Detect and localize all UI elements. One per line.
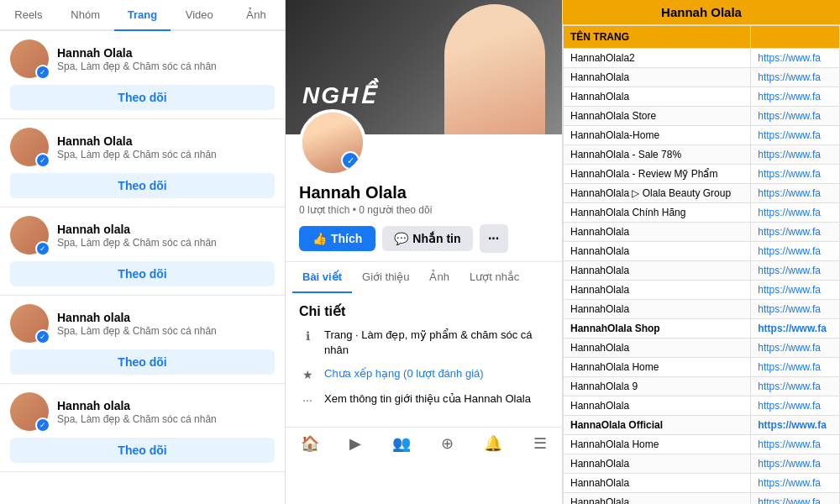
page-name-cell: HannahOlala Chính Hãng [564,203,751,223]
action-buttons: 👍 Thích 💬 Nhắn tin ··· [286,216,562,261]
tab-trang[interactable]: Trang [114,0,171,31]
page-url-cell[interactable]: https://www.fa [751,358,840,377]
page-url-cell[interactable]: https://www.fa [751,145,840,165]
page-name-cell: HannahOlala Home [564,358,751,377]
page-url-cell[interactable]: https://www.fa [751,396,840,416]
page-url-cell[interactable]: https://www.fa [751,87,840,107]
home-icon[interactable]: 🏠 [301,434,319,453]
like-label: Thích [331,232,362,245]
follow-button-0[interactable]: Theo dõi [10,85,275,110]
page-url-cell[interactable]: https://www.fa [751,339,840,358]
table-body: HannahOlala2 https://www.fa HannahOlala … [564,49,840,505]
page-name-cell: HannahOlala2 [564,49,751,68]
tab-nhom[interactable]: Nhóm [57,0,114,31]
page-url-cell[interactable]: https://www.fa [751,435,840,454]
chi-tiet-more-text[interactable]: Xem thông tin giới thiệu của Hannah Olal… [324,391,549,407]
page-url-cell[interactable]: https://www.fa [751,223,840,242]
profile-item-4: ✓ Hannah olala Spa, Làm đẹp & Chăm sóc c… [0,384,285,472]
table-row: HannahOlala 9 https://www.fa [564,377,840,396]
chi-tiet-type-row: ℹ Trang · Làm đẹp, mỹ phẩm & chăm sóc cá… [299,328,549,358]
page-name-cell: HannahOlala - Sale 78% [564,145,751,165]
page-url-cell[interactable]: https://www.fa [751,377,840,396]
messenger-label: Nhắn tin [412,232,460,245]
page-url-cell[interactable]: https://www.fa [751,281,840,300]
profile-sub-2: Spa, Làm đẹp & Chăm sóc cá nhân [57,237,275,249]
verified-3: ✓ [35,329,50,344]
page-url-cell[interactable]: https://www.fa [751,474,840,493]
page-url-cell[interactable]: https://www.fa [751,184,840,203]
friends-icon[interactable]: 👥 [392,434,411,453]
page-url-cell[interactable]: https://www.fa [751,493,840,505]
thumbs-up-icon: 👍 [312,232,327,245]
avatar-wrap-3: ✓ [10,304,49,343]
page-name-cell: HannahOlala Home [564,435,751,454]
followers-label: người theo dõi [367,204,432,216]
star-icon: ★ [299,366,316,383]
tab-luot-nhac[interactable]: Lượt nhắc [459,262,529,293]
profile-item-1: ✓ Hannah Olala Spa, Làm đẹp & Chăm sóc c… [0,119,285,207]
page-name-cell: HannahOlala [564,396,751,416]
table-row: HannahOlala https://www.fa [564,493,840,505]
profile-row-1: ✓ Hannah Olala Spa, Làm đẹp & Chăm sóc c… [10,128,275,166]
chi-tiet-type-text: Trang · Làm đẹp, mỹ phẩm & chăm sóc cá n… [324,328,549,358]
chi-tiet-rating-text[interactable]: Chưa xếp hạng (0 lượt đánh giá) [324,366,549,381]
tab-gioi-thieu[interactable]: Giới thiệu [352,262,419,293]
follow-button-2[interactable]: Theo dõi [10,261,275,286]
follow-button-4[interactable]: Theo dõi [10,438,275,463]
chi-tiet-rating-row: ★ Chưa xếp hạng (0 lượt đánh giá) [299,366,549,383]
table-row: HannahOlala https://www.fa [564,300,840,319]
page-url-cell[interactable]: https://www.fa [751,203,840,223]
tab-anh[interactable]: Ảnh [228,0,285,31]
play-icon[interactable]: ▶ [349,434,361,453]
col-url-header [751,26,840,49]
plus-icon[interactable]: ⊕ [441,434,454,453]
profile-row-3: ✓ Hannah olala Spa, Làm đẹp & Chăm sóc c… [10,304,275,343]
menu-icon[interactable]: ☰ [533,434,547,453]
page-name-cell: HannahOlala [564,493,751,505]
page-url-cell[interactable]: https://www.fa [751,319,840,339]
page-url-cell[interactable]: https://www.fa [751,107,840,126]
page-url-cell[interactable]: https://www.fa [751,49,840,68]
follow-button-1[interactable]: Theo dõi [10,173,275,198]
profile-sub-1: Spa, Làm đẹp & Chăm sóc cá nhân [57,149,275,160]
page-stats: 0 lượt thích • 0 người theo dõi [299,204,549,216]
chi-tiet-more-row: ··· Xem thông tin giới thiệu của Hannah … [299,391,549,408]
page-name-section: Hannah Olala 0 lượt thích • 0 người theo… [286,176,562,216]
page-url-cell[interactable]: https://www.fa [751,68,840,87]
table-row: HannahOlala Store https://www.fa [564,107,840,126]
tab-bar: Reels Nhóm Trang Video Ảnh [0,0,285,31]
page-name-cell: HannahOlala [564,474,751,493]
page-url-cell[interactable]: https://www.fa [751,300,840,319]
tab-video[interactable]: Video [171,0,228,31]
verified-2: ✓ [35,241,50,256]
page-url-cell[interactable]: https://www.fa [751,165,840,184]
pages-table: TÊN TRANG HannahOlala2 https://www.fa Ha… [563,25,840,504]
page-url-cell[interactable]: https://www.fa [751,126,840,145]
table-row: HannahOlala https://www.fa [564,87,840,107]
verified-0: ✓ [35,65,50,80]
more-button[interactable]: ··· [480,224,508,253]
page-url-cell[interactable]: https://www.fa [751,261,840,281]
tab-bai-viet[interactable]: Bài viết [292,262,352,293]
like-button[interactable]: 👍 Thích [299,226,375,251]
page-name-cell: HannahOlala [564,339,751,358]
main-avatar: ✓ [299,109,366,176]
tab-anh[interactable]: Ảnh [419,262,459,293]
table-row: HannahOlala https://www.fa [564,474,840,493]
table-row: HannaOlala Official https://www.fa [564,416,840,435]
tab-reels[interactable]: Reels [0,0,57,31]
page-url-cell[interactable]: https://www.fa [751,454,840,474]
profile-name-0: Hannah Olala [57,46,275,60]
rating-link[interactable]: Chưa xếp hạng (0 lượt đánh giá) [324,367,484,380]
avatar-wrap-2: ✓ [10,216,49,255]
page-name-cell: HannahOlala Store [564,107,751,126]
table-row: HannahOlala https://www.fa [564,261,840,281]
page-url-cell[interactable]: https://www.fa [751,242,840,261]
messenger-button[interactable]: 💬 Nhắn tin [382,226,472,251]
follow-button-3[interactable]: Theo dõi [10,349,275,375]
table-row: HannahOlala Chính Hãng https://www.fa [564,203,840,223]
bell-icon[interactable]: 🔔 [484,434,502,453]
page-tabs: Bài viết Giới thiệu Ảnh Lượt nhắc [286,261,562,293]
page-url-cell[interactable]: https://www.fa [751,416,840,435]
profile-item-3: ✓ Hannah olala Spa, Làm đẹp & Chăm sóc c… [0,296,285,384]
